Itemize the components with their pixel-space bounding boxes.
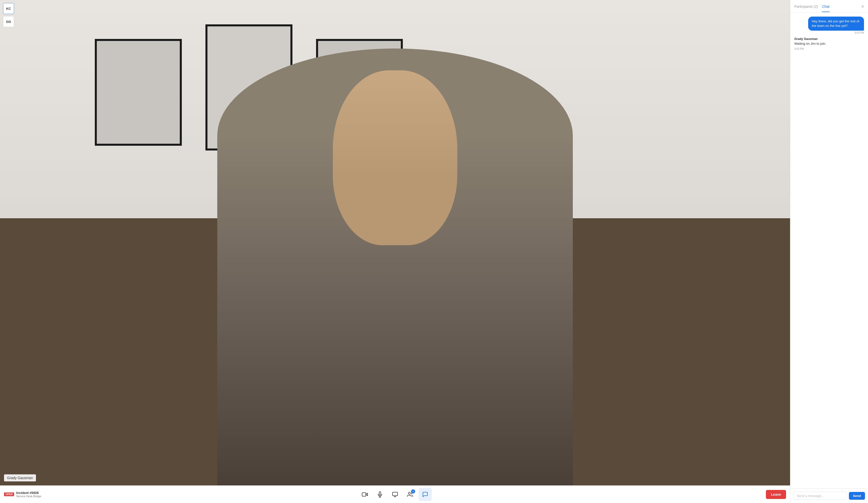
tab-chat[interactable]: Chat (822, 4, 829, 12)
screen-share-button[interactable] (389, 488, 402, 501)
message-out-1: Hey there, did you get the rest of the t… (808, 17, 864, 34)
chat-input-area: Send (790, 489, 868, 503)
incident-info: Incident #5926 Service Desk Bridge (16, 491, 41, 498)
incident-number: Incident #5926 (16, 491, 41, 495)
chat-panel: Participants (2) Chat × Hey there, did y… (790, 0, 868, 503)
toolbar-center: 2 (358, 488, 432, 501)
incident-badge: OPEN (4, 492, 14, 496)
room-background (0, 0, 790, 485)
participant-avatars: KC GG (3, 3, 14, 27)
video-area: KC GG Grady Gausman OPEN Incident #5926 … (0, 0, 790, 503)
svg-rect-3 (393, 492, 397, 496)
bubble-time-in-1: 5:03 PM (794, 48, 804, 50)
leave-button[interactable]: Leave (766, 490, 786, 499)
panel-header: Participants (2) Chat × (790, 0, 868, 12)
participants-button[interactable]: 2 (404, 488, 417, 501)
bubble-out-1: Hey there, did you get the rest of the t… (808, 17, 864, 31)
mic-icon (377, 491, 383, 497)
toolbar-right: Leave (766, 490, 786, 499)
speaker-tag: Grady Gausman (4, 474, 36, 481)
toolbar-left: OPEN Incident #5926 Service Desk Bridge (4, 491, 41, 498)
svg-point-4 (409, 492, 410, 494)
bubble-in-1: Waiting on Jim to join. (794, 41, 826, 46)
toolbar: OPEN Incident #5926 Service Desk Bridge (0, 485, 790, 503)
chat-button[interactable] (418, 488, 432, 501)
send-button[interactable]: Send (849, 492, 865, 500)
participants-badge: 2 (411, 490, 415, 493)
incident-subtitle: Service Desk Bridge (16, 495, 41, 498)
camera-icon (362, 491, 368, 497)
avatar-gg: GG (3, 16, 14, 27)
screen-share-icon (392, 491, 398, 497)
chat-icon (422, 491, 428, 497)
camera-button[interactable] (358, 488, 371, 501)
svg-rect-0 (362, 493, 366, 496)
tab-participants[interactable]: Participants (2) (794, 4, 818, 12)
person-silhouette (217, 49, 573, 485)
video-container: KC GG Grady Gausman (0, 0, 790, 485)
person-head (333, 70, 457, 245)
avatar-kc: KC (3, 3, 14, 14)
chat-messages: Hey there, did you get the rest of the t… (790, 12, 868, 489)
picture-frame-1 (95, 39, 182, 146)
close-button[interactable]: × (861, 4, 864, 12)
message-sender-1: Grady Gausman (794, 37, 826, 41)
bubble-time-out-1: 5:03 PM (855, 31, 864, 34)
mic-button[interactable] (373, 488, 386, 501)
message-in-1: Grady Gausman Waiting on Jim to join. 5:… (794, 37, 826, 51)
chat-message-input[interactable] (793, 492, 847, 500)
